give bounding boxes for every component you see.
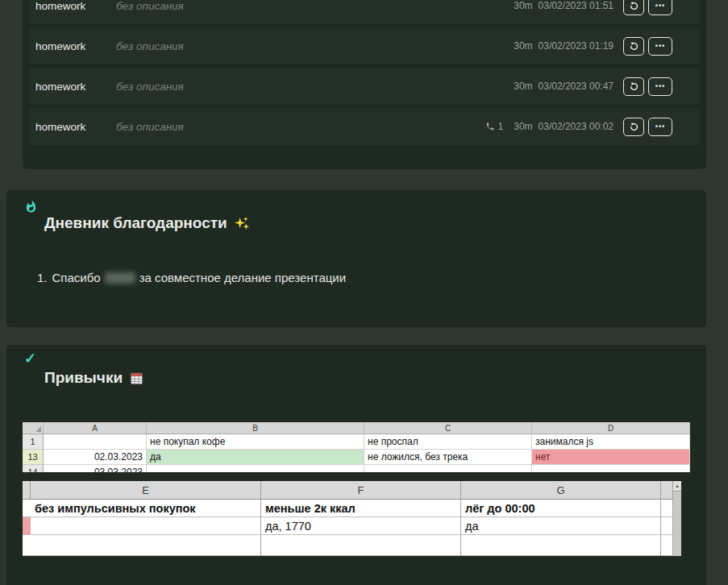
list-text-after: за совместное делание презентации xyxy=(139,271,346,284)
list-number: 1. xyxy=(37,271,48,284)
cell-c13: не ложился, без трека xyxy=(364,450,532,465)
ellipsis-icon: ••• xyxy=(655,123,665,131)
scroll-up-arrow-icon[interactable]: ▲ xyxy=(673,481,681,492)
entry-title: homework xyxy=(35,40,116,52)
list-text-before: Спасибо xyxy=(52,271,101,284)
sheet-corner-cell xyxy=(23,422,44,434)
cell-a1 xyxy=(44,434,147,450)
entry-title: homework xyxy=(35,81,116,93)
column-header: E xyxy=(31,481,261,500)
cell-d14 xyxy=(532,465,690,472)
entry-more-button[interactable]: ••• xyxy=(648,118,672,136)
entry-duration: 30m xyxy=(514,121,532,132)
cell-c1: не проспал xyxy=(364,434,532,450)
row-header-sliver xyxy=(23,481,31,500)
cell-g2: да xyxy=(461,517,661,535)
gratitude-section: Дневник благодарности 1.Спасибоза совмес… xyxy=(6,190,706,327)
entry-timestamp: 03/02/2023 00:47 xyxy=(539,81,614,92)
scrollbar[interactable]: ▲ xyxy=(673,481,681,556)
cell-e1: без импульсивных покупок xyxy=(31,500,261,517)
calendar-icon xyxy=(130,371,144,385)
entry-timestamp: 03/02/2023 00:02 xyxy=(539,121,614,132)
column-header: G xyxy=(461,481,661,500)
column-header: A xyxy=(44,422,147,434)
redacted-name xyxy=(105,272,135,284)
entry-duration: 30m xyxy=(514,40,532,52)
row-header: 1 xyxy=(23,434,44,450)
sparkles-icon xyxy=(235,216,250,231)
call-count-value: 1 xyxy=(498,121,504,132)
entry-meta: 30m 03/02/2023 01:19 xyxy=(514,40,614,52)
cell-e2 xyxy=(31,517,261,535)
gratitude-list-item: 1.Спасибоза совместное делание презентац… xyxy=(37,271,346,284)
column-header-sliver xyxy=(661,481,673,500)
entry-meta: 30m 03/02/2023 00:47 xyxy=(514,81,614,92)
restart-entry-button[interactable] xyxy=(623,37,644,56)
entry-duration: 30m xyxy=(514,81,532,92)
cell-e3 xyxy=(31,535,261,556)
notes-page: homework без описания 30m 03/02/2023 01:… xyxy=(0,0,728,585)
cell-a13: 02.03.2023 xyxy=(44,450,147,465)
entry-title: homework xyxy=(35,0,116,12)
cell-b13: да xyxy=(147,450,364,465)
cell-h3-sliver xyxy=(661,535,673,556)
entry-description: без описания xyxy=(116,40,514,52)
column-header: C xyxy=(364,422,532,434)
entry-duration: 30m xyxy=(514,0,532,11)
habits-title-text: Привычки xyxy=(44,369,123,387)
column-header: D xyxy=(532,422,690,434)
entry-meta: 1 30m 03/02/2023 00:02 xyxy=(485,121,614,132)
cell-f1: меньше 2к ккал xyxy=(261,500,461,517)
habits-spreadsheet-abcd[interactable]: A B C D 1 не покупал кофе не проспал зан… xyxy=(23,422,690,472)
row-header: 14 xyxy=(23,465,44,472)
entry-description: без описания xyxy=(116,0,514,12)
ellipsis-icon: ••• xyxy=(655,83,665,90)
time-entry-row[interactable]: homework без описания 30m 03/02/2023 00:… xyxy=(29,68,700,105)
restart-entry-button[interactable] xyxy=(623,118,644,136)
cell-b14 xyxy=(147,465,364,472)
cell-d1: занимался js xyxy=(532,434,690,450)
cell-h2-sliver xyxy=(661,517,673,535)
time-tracker-panel: homework без описания 30m 03/02/2023 01:… xyxy=(23,0,706,169)
cell-g3 xyxy=(461,535,661,556)
habits-title: Привычки xyxy=(44,369,144,387)
cell-g1: лёг до 00:00 xyxy=(461,500,661,517)
row-header-selected: 13 xyxy=(23,450,44,465)
column-header: F xyxy=(261,481,461,500)
column-header: B xyxy=(147,422,364,434)
ellipsis-icon: ••• xyxy=(655,2,665,10)
entry-meta: 30m 03/02/2023 01:51 xyxy=(514,0,614,11)
refresh-icon xyxy=(629,41,639,52)
call-count: 1 xyxy=(485,121,504,132)
entry-description: без описания xyxy=(116,121,485,133)
cell-c14 xyxy=(364,465,532,472)
entry-more-button[interactable]: ••• xyxy=(648,0,672,15)
checkmark-icon: ✓ xyxy=(24,351,36,366)
time-entry-row[interactable]: homework без описания 30m 03/02/2023 01:… xyxy=(29,0,700,24)
refresh-icon xyxy=(629,122,639,132)
gratitude-title: Дневник благодарности xyxy=(44,214,250,232)
restart-entry-button[interactable] xyxy=(623,0,644,15)
cell-d13: нет xyxy=(532,450,690,465)
time-entry-row[interactable]: homework без описания 1 30m 03/02/2023 0… xyxy=(29,108,700,145)
gratitude-title-text: Дневник благодарности xyxy=(44,214,227,232)
habits-section: ✓ Привычки A B C D 1 не покупал кофе не … xyxy=(6,345,706,585)
entry-timestamp: 03/02/2023 01:51 xyxy=(539,0,614,11)
cell-a14: 03.03.2023 xyxy=(44,465,147,472)
refresh-icon xyxy=(629,81,639,92)
entry-description: без описания xyxy=(116,81,514,93)
flame-icon xyxy=(24,200,38,214)
entry-timestamp: 03/02/2023 01:19 xyxy=(539,40,614,52)
refresh-icon xyxy=(629,1,639,11)
cell-f3 xyxy=(261,535,461,556)
time-entry-row[interactable]: homework без описания 30m 03/02/2023 01:… xyxy=(29,27,700,64)
phone-icon xyxy=(485,122,495,131)
cell-h1-sliver xyxy=(661,500,673,517)
restart-entry-button[interactable] xyxy=(623,77,644,96)
entry-more-button[interactable]: ••• xyxy=(648,37,672,56)
cell-f2: да, 1770 xyxy=(261,517,461,535)
habits-spreadsheet-efg[interactable]: E F G без импульсивных покупок меньше 2к… xyxy=(23,481,681,556)
entry-more-button[interactable]: ••• xyxy=(648,77,672,96)
ellipsis-icon: ••• xyxy=(655,43,665,50)
entry-title: homework xyxy=(35,121,116,133)
